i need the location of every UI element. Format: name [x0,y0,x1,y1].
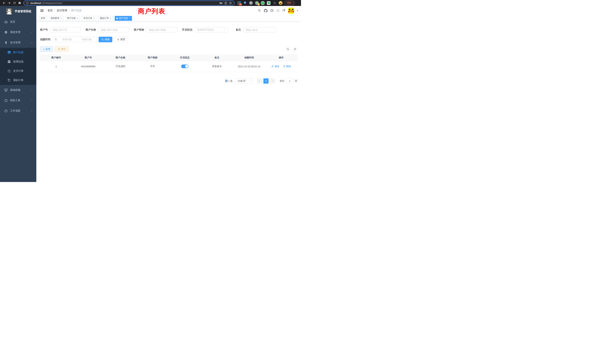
tag-refund-order[interactable]: 退款订单× [98,16,113,21]
share-icon[interactable] [224,1,227,4]
status-select[interactable]: 请选择开启状态 [195,27,228,33]
browser-forward-button[interactable] [7,0,12,6]
status-toggle[interactable] [181,64,189,68]
sidebar-item-home[interactable]: 首页 [0,17,36,27]
column-header: 创建时间 [233,54,265,61]
breadcrumb-payment[interactable]: 支付管理 [57,9,67,12]
bookmark-star-icon[interactable] [229,1,232,5]
sidebar-item-label: 退款订单 [13,79,23,82]
browser-menu-kebab-icon[interactable] [293,2,293,4]
payment-submenu: 商户信息 应用信息 ¥ 支付订单 退款订单 [0,48,36,85]
url-host: localhost [30,2,41,4]
cell-merchant-id: 1 [40,61,72,72]
date-range-picker[interactable]: 开始日期 - 结束日期 [53,37,97,42]
short-name-input[interactable] [146,27,177,33]
column-header: 商户简称 [137,54,169,61]
close-icon[interactable]: × [110,17,111,20]
remark-input[interactable] [243,27,276,33]
cell-status [169,61,201,72]
sidebar-item-payment[interactable]: ¥ 支付管理 [0,37,36,48]
app-logo-rabbit [6,8,12,14]
calendar-icon [55,38,57,41]
sidebar-item-dev-tools[interactable]: 研发工具 [0,95,36,106]
tag-merchant-info[interactable]: 商户信息× [115,16,132,21]
cell-full-name: 芋道源码 [104,61,137,72]
add-button[interactable]: + 新增 [40,46,53,52]
github-icon[interactable] [264,9,268,12]
pagination: 共 1 条 10条/页 1 前往 页 [40,78,297,84]
search-button[interactable]: 搜索 [99,37,112,42]
address-bar[interactable]: localhost:1024/pay/merchant [23,0,235,6]
profile-emoji-icon[interactable] [279,1,282,5]
tag-process-form[interactable]: 流程表单× [49,16,63,21]
filter-status: 开启状态 请选择开启状态 [182,27,228,33]
plus-icon: + [43,48,44,51]
user-avatar[interactable] [288,8,294,14]
filter-short-name: 商户简称 [134,27,177,33]
browser-home-button[interactable] [17,0,22,6]
fullscreen-icon[interactable] [276,9,280,12]
close-icon[interactable]: × [93,17,95,20]
full-name-input[interactable] [98,27,129,33]
cell-short-name: 芋艿 [137,61,169,72]
refresh-table-button[interactable] [292,47,297,52]
url-text[interactable]: localhost:1024/pay/merchant [30,2,62,4]
chevron-down-icon [249,80,251,82]
font-size-icon[interactable]: TT [282,9,285,12]
user-menu-caret-icon[interactable]: ▾ [297,10,298,12]
chevron-down-icon [31,31,33,33]
prev-page-button[interactable] [257,78,262,84]
close-icon[interactable]: × [77,17,78,20]
extension-y-icon[interactable]: Y [261,1,265,5]
breadcrumb: 首页 / 支付管理 / 商户信息 [47,9,82,12]
header-search-icon[interactable] [258,9,261,12]
delete-button[interactable]: 删除 [283,65,291,68]
breadcrumb-separator: / [54,9,55,12]
filter-row-2: 创建时间 开始日期 - 结束日期 搜索 [40,37,297,42]
password-key-icon[interactable] [219,1,223,5]
date-start-placeholder: 开始日期 [59,38,75,41]
sidebar-item-infrastructure[interactable]: 基础设施 [0,85,36,95]
close-icon[interactable]: × [129,17,130,20]
close-icon[interactable]: × [60,17,62,20]
sidebar-item-system[interactable]: 系统管理 [0,27,36,37]
pagination-goto: 前往 页 [280,78,297,84]
browser-update-button[interactable]: 更新 [285,1,295,5]
sidebar-item-pay-order[interactable]: ¥ 支付订单 [0,66,36,76]
sidebar-item-workflow[interactable]: 工作流程 [0,106,36,116]
app-logo-row[interactable]: 芋道管理系统 [0,6,36,17]
chevron-down-icon [223,29,226,31]
browser-reload-button[interactable] [12,0,17,6]
sidebar-item-label: 支付管理 [10,41,20,44]
extension-command-icon[interactable]: ⌘ [249,1,253,5]
browser-back-button[interactable] [1,0,7,6]
site-info-icon[interactable] [26,2,29,4]
tags-view-bar: 首页 流程表单× 用户分组× 支付订单× 退款订单× 商户信息× [36,15,301,21]
pencil-icon [271,65,274,67]
page-number-1[interactable]: 1 [263,78,269,84]
extensions-puzzle-icon[interactable] [273,1,277,5]
column-header: 备注 [201,54,233,61]
help-icon[interactable] [270,9,274,12]
extension-recorder-icon[interactable]: 1 [255,1,259,5]
goto-page-input[interactable] [286,78,293,84]
sidebar-collapse-button[interactable] [40,9,44,12]
export-button[interactable]: 导出 [55,46,69,52]
tag-pay-order[interactable]: 支付订单× [82,16,96,21]
extension-grid-icon[interactable]: 10 [237,1,241,5]
edit-button[interactable]: 修改 [271,65,279,68]
tag-home[interactable]: 首页 [39,16,47,21]
sidebar-item-app-info[interactable]: 应用信息 [0,57,36,66]
next-page-button[interactable] [270,78,275,84]
breadcrumb-home[interactable]: 首页 [47,9,53,12]
toggle-search-button[interactable] [285,47,290,52]
reset-button[interactable]: 重置 [114,37,128,42]
extension-gem-icon[interactable] [243,1,247,5]
page-size-select[interactable]: 10条/页 [236,78,253,84]
extension-chat-icon[interactable] [267,1,271,5]
sidebar-item-merchant-info[interactable]: 商户信息 [0,48,36,57]
sidebar-item-refund-order[interactable]: 退款订单 [0,76,36,85]
filter-merchant-no: 商户号 [40,27,81,33]
tag-user-group[interactable]: 用户分组× [65,16,80,21]
merchant-no-input[interactable] [50,27,81,33]
